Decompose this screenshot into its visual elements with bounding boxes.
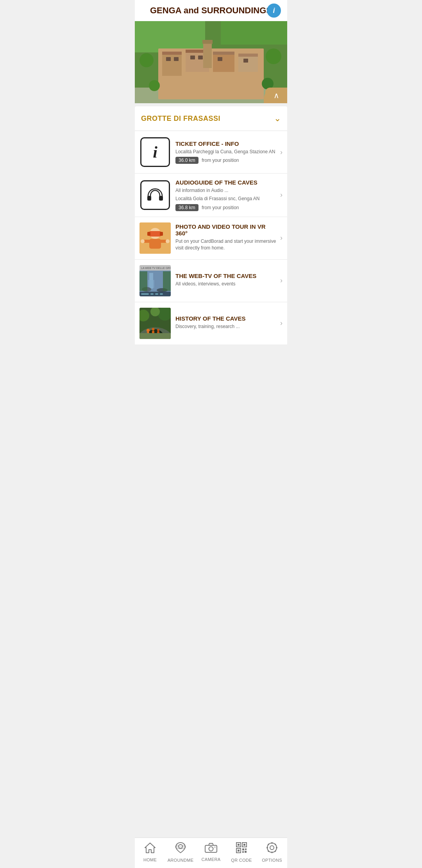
item-content-history: HISTORY OF THE CAVES Discovery, training…	[175, 315, 278, 332]
svg-rect-29	[149, 231, 161, 237]
list-item[interactable]: PHOTO AND VIDEO TOUR IN VR 360° Put on y…	[135, 217, 287, 260]
item-address: Località Gola di Frasassi snc, Genga AN	[175, 195, 278, 202]
svg-rect-7	[213, 52, 234, 72]
svg-rect-2	[135, 21, 205, 52]
position-text: from your position	[202, 158, 239, 163]
item-content-webtv: THE WEB-TV OF THE CAVES All videos, inte…	[175, 273, 278, 289]
svg-point-59	[157, 329, 159, 331]
svg-rect-12	[238, 54, 258, 57]
webtv-thumb-svg: LA WEB TV DELLE GROTTE	[139, 265, 171, 296]
svg-point-55	[147, 329, 150, 332]
header-title: GENGA and SURROUNDINGS	[150, 5, 272, 16]
item-title: PHOTO AND VIDEO TOUR IN VR 360°	[175, 223, 278, 237]
svg-rect-30	[147, 232, 150, 236]
chevron-up-icon: ∧	[274, 91, 279, 99]
list-item[interactable]: i TICKET OFFICE - INFO Località Parchegg…	[135, 131, 287, 174]
item-description: Put on your CardBorad and start your imm…	[175, 238, 278, 251]
svg-rect-32	[149, 239, 161, 249]
svg-rect-16	[174, 57, 179, 61]
svg-point-35	[141, 239, 145, 243]
caves-thumb-svg	[139, 308, 171, 339]
headphone-svg	[147, 187, 164, 203]
item-title: HISTORY OF THE CAVES	[175, 315, 278, 322]
section-header[interactable]: GROTTE DI FRASASSI ⌄	[135, 106, 287, 131]
svg-rect-48	[141, 293, 149, 295]
chevron-right-icon: ›	[280, 234, 283, 242]
svg-rect-50	[155, 293, 158, 295]
svg-rect-26	[159, 196, 163, 201]
chevron-right-icon: ›	[280, 276, 283, 285]
distance-badge: 36.0 km	[175, 157, 198, 164]
info-box-icon: i	[140, 137, 170, 167]
section-container: GROTTE DI FRASASSI ⌄ i TICKET OFFICE - I…	[135, 106, 287, 344]
svg-point-22	[266, 48, 281, 64]
svg-point-36	[166, 239, 170, 243]
svg-rect-5	[162, 52, 182, 76]
item-description: All videos, interviews, events	[175, 281, 278, 287]
svg-point-57	[152, 328, 155, 330]
chevron-right-icon: ›	[280, 319, 283, 327]
app-header: GENGA and SURROUNDINGS i	[135, 0, 287, 21]
chevron-down-icon: ⌄	[274, 113, 281, 124]
position-text: from your position	[202, 205, 239, 210]
item-subtitle: Località Parcheggi la Cuna, Genga Stazio…	[175, 149, 278, 155]
svg-text:LA WEB TV DELLE GROTTE: LA WEB TV DELLE GROTTE	[141, 267, 171, 269]
svg-rect-64	[139, 333, 171, 339]
item-content-ticket: TICKET OFFICE - INFO Località Parcheggi …	[175, 140, 278, 164]
svg-rect-13	[203, 41, 212, 68]
hero-container: ∧	[135, 21, 287, 103]
svg-rect-20	[243, 59, 248, 63]
chevron-right-icon: ›	[280, 148, 283, 156]
list-item[interactable]: LA WEB TV DELLE GROTTE THE WEB-TV	[135, 260, 287, 302]
hero-svg	[135, 21, 287, 103]
item-title: THE WEB-TV OF THE CAVES	[175, 273, 278, 279]
svg-rect-3	[221, 21, 287, 45]
item-title: AUDIOGUIDE OF THE CAVES	[175, 179, 278, 186]
headphone-box-icon	[140, 180, 170, 210]
info-button[interactable]: i	[267, 4, 281, 18]
vr-thumb-svg	[139, 222, 171, 254]
item-icon-audioguide	[139, 179, 171, 211]
scroll-up-button[interactable]: ∧	[265, 88, 287, 103]
svg-rect-25	[147, 196, 151, 201]
svg-rect-11	[213, 52, 234, 55]
svg-rect-45	[139, 271, 147, 291]
svg-rect-49	[150, 293, 154, 295]
svg-rect-19	[218, 57, 222, 61]
section-title: GROTTE DI FRASASSI	[141, 115, 220, 123]
item-thumb-webtv: LA WEB TV DELLE GROTTE	[139, 265, 171, 296]
svg-rect-51	[160, 293, 163, 295]
list-item[interactable]: AUDIOGUIDE OF THE CAVES All information …	[135, 174, 287, 217]
svg-point-21	[139, 53, 154, 67]
svg-point-24	[149, 80, 160, 91]
item-thumb-caves	[139, 308, 171, 339]
svg-rect-8	[238, 54, 258, 72]
svg-rect-14	[202, 40, 213, 44]
svg-rect-18	[198, 56, 203, 59]
item-content-audioguide: AUDIOGUIDE OF THE CAVES All information …	[175, 179, 278, 211]
item-subtitle: All information in Audio ...	[175, 187, 278, 194]
svg-rect-17	[190, 56, 195, 59]
item-icon-ticket: i	[139, 136, 171, 168]
hero-image	[135, 21, 287, 103]
item-title: TICKET OFFICE - INFO	[175, 140, 278, 147]
svg-rect-15	[166, 57, 171, 61]
list-item[interactable]: HISTORY OF THE CAVES Discovery, training…	[135, 302, 287, 344]
item-thumb-vr	[139, 222, 171, 254]
item-description: Discovery, training, research ...	[175, 323, 278, 330]
svg-rect-31	[160, 232, 163, 236]
chevron-right-icon: ›	[280, 191, 283, 199]
distance-badge: 36.8 km	[175, 204, 198, 211]
svg-rect-42	[148, 280, 154, 288]
item-content-vr: PHOTO AND VIDEO TOUR IN VR 360° Put on y…	[175, 223, 278, 253]
svg-rect-46	[163, 271, 171, 291]
info-icon: i	[273, 7, 275, 15]
svg-rect-9	[162, 52, 182, 55]
